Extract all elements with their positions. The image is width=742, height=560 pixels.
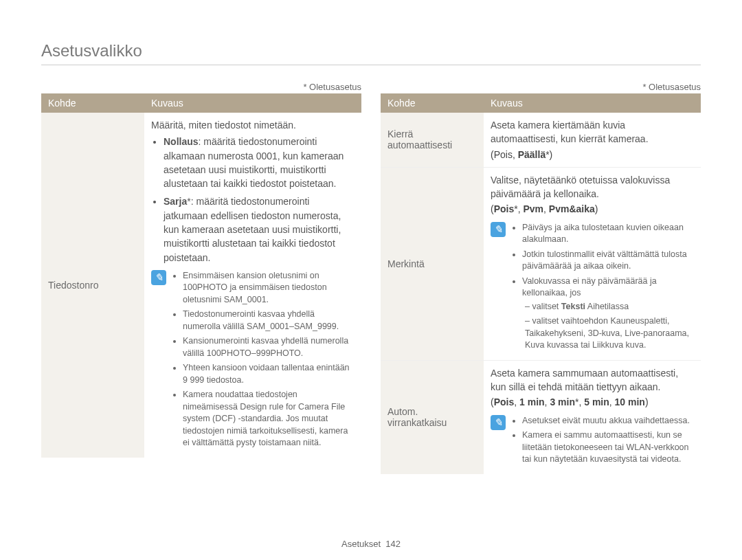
row2-text: Valitse, näytetäänkö otetuissa valokuvis… <box>491 173 694 201</box>
sub-item: valitset vaihtoehdon Kauneuspaletti, Tai… <box>525 315 694 352</box>
note-item: Asetukset eivät muutu akkua vaihdettaess… <box>522 415 694 427</box>
info-block-left: ✎ Ensimmäisen kansion oletusnimi on 100P… <box>151 270 355 452</box>
header-kohde-left: Kohde <box>41 93 144 113</box>
info-list-autom: Asetukset eivät muutu akkua vaihdettaess… <box>511 415 694 469</box>
note-icon: ✎ <box>151 270 166 285</box>
table-header-right: Kohde Kuvaus <box>381 93 701 113</box>
sub-dash-list: valitset Teksti Aihetilassa valitset vai… <box>522 301 694 352</box>
table-row: Autom. virrankatkaisu Aseta kamera sammu… <box>381 361 701 474</box>
footer-page-number: 142 <box>385 539 401 549</box>
bullet-sarja-text: : määritä tiedostonumerointi jatkumaan e… <box>164 196 341 262</box>
table-row: Merkintä Valitse, näytetäänkö otetuissa … <box>381 168 701 361</box>
sub-bold: Teksti <box>561 302 585 311</box>
row-desc-kierra: Aseta kamera kiertämään kuvia automaatti… <box>484 113 701 167</box>
row-label-merkinta: Merkintä <box>381 168 484 360</box>
bullet-sarja-bold: Sarja <box>164 196 187 207</box>
row3-options: (Pois, 1 min, 3 min*, 5 min, 10 min) <box>491 395 694 409</box>
document-page: Asetusvalikko * Oletusasetus Kohde Kuvau… <box>0 0 742 560</box>
page-footer: Asetukset 142 <box>0 539 742 549</box>
info-block-autom: ✎ Asetukset eivät muutu akkua vaihdettae… <box>491 415 694 469</box>
row1-options: (Pois, Päällä*) <box>491 148 694 161</box>
table-row: Tiedostonro Määritä, miten tiedostot nim… <box>41 113 361 458</box>
row-label-autom: Autom. virrankatkaisu <box>381 361 484 474</box>
default-note-right: * Oletusasetus <box>381 82 701 92</box>
note-item: Ensimmäisen kansion oletusnimi on 100PHO… <box>183 270 355 306</box>
page-title: Asetusvalikko <box>41 41 701 65</box>
note-item: Kamera noudattaa tiedostojen nimeämisess… <box>183 389 355 449</box>
row-intro: Määritä, miten tiedostot nimetään. <box>151 118 355 132</box>
note-icon: ✎ <box>491 415 506 430</box>
header-kuvaus-left: Kuvaus <box>144 93 361 113</box>
info-list-left: Ensimmäisen kansion oletusnimi on 100PHO… <box>172 270 355 452</box>
table-row: Kierrä automaattisesti Aseta kamera kier… <box>381 113 701 168</box>
note-icon: ✎ <box>491 222 506 237</box>
info-list-merkinta: Päiväys ja aika tulostetaan kuvien oikea… <box>511 222 694 355</box>
default-note-left: * Oletusasetus <box>41 82 361 92</box>
note-item: Tiedostonumerointi kasvaa yhdellä numero… <box>183 309 355 333</box>
row-desc-autom: Aseta kamera sammumaan automaattisesti, … <box>484 361 701 474</box>
row-label-tiedostonro: Tiedostonro <box>41 113 144 458</box>
header-kohde-right: Kohde <box>381 93 484 113</box>
header-kuvaus-right: Kuvaus <box>484 93 701 113</box>
right-column: * Oletusasetus Kohde Kuvaus Kierrä autom… <box>381 82 701 474</box>
bullet-nollaus-bold: Nollaus <box>164 136 199 147</box>
row-desc-merkinta: Valitse, näytetäänkö otetuissa valokuvis… <box>484 168 701 360</box>
note-item: Kamera ei sammu automaattisesti, kun se … <box>522 429 694 466</box>
bullet-nollaus: Nollaus: määritä tiedostonumerointi alka… <box>164 135 355 190</box>
note-item: Valokuvassa ei näy päivämäärää ja kellon… <box>522 276 694 352</box>
row-label-kierra: Kierrä automaattisesti <box>381 113 484 167</box>
row3-text: Aseta kamera sammumaan automaattisesti, … <box>491 366 694 394</box>
row1-text: Aseta kamera kiertämään kuvia automaatti… <box>491 118 694 146</box>
left-column: * Oletusasetus Kohde Kuvaus Tiedostonro … <box>41 82 361 474</box>
footer-label: Asetukset <box>341 539 381 549</box>
row-desc-tiedostonro: Määritä, miten tiedostot nimetään. Nolla… <box>144 113 361 458</box>
info-block-merkinta: ✎ Päiväys ja aika tulostetaan kuvien oik… <box>491 222 694 355</box>
note-item-text: Valokuvassa ei näy päivämäärää ja kellon… <box>522 276 657 298</box>
table-header-left: Kohde Kuvaus <box>41 93 361 113</box>
sub-item: valitset Teksti Aihetilassa <box>525 301 694 313</box>
note-item: Päiväys ja aika tulostetaan kuvien oikea… <box>522 222 694 246</box>
note-item: Kansionumerointi kasvaa yhdellä numeroll… <box>183 335 355 359</box>
main-bullet-list: Nollaus: määritä tiedostonumerointi alka… <box>151 135 355 265</box>
note-item: Jotkin tulostinmallit eivät välttämättä … <box>522 249 694 273</box>
two-column-layout: * Oletusasetus Kohde Kuvaus Tiedostonro … <box>41 82 701 474</box>
note-item: Yhteen kansioon voidaan tallentaa enintä… <box>183 362 355 386</box>
bullet-sarja: Sarja*: määritä tiedostonumerointi jatku… <box>164 194 355 264</box>
row2-options: (Pois*, Pvm, Pvm&aika) <box>491 202 694 216</box>
